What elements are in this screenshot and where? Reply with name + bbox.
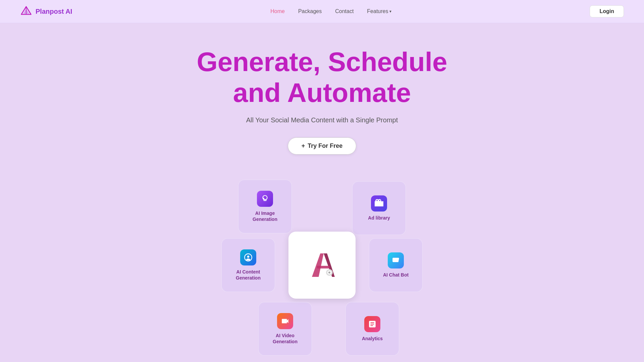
nav-links: Home Packages Contact Features ▾ [270, 8, 391, 14]
ai-content-icon [240, 249, 256, 265]
svg-point-4 [247, 255, 250, 258]
feature-card-ai-image-generation[interactable]: AI ImageGeneration [238, 180, 292, 233]
login-button[interactable]: Login [590, 5, 624, 17]
navbar: Planpost AI Home Packages Contact Featur… [0, 0, 644, 23]
nav-link-contact[interactable]: Contact [335, 8, 354, 14]
logo[interactable]: Planpost AI [20, 5, 72, 17]
feature-card-ai-chat-bot[interactable]: AI Chat Bot [369, 238, 423, 292]
ai-chat-icon [388, 252, 404, 268]
hero-title: Generate, Scheduleand Automate [7, 47, 637, 108]
chevron-down-icon: ▾ [389, 9, 391, 14]
ai-image-generation-label: AI ImageGeneration [253, 210, 277, 222]
hero-section: Generate, Scheduleand Automate All Your … [0, 23, 644, 168]
try-for-free-button[interactable]: + Try For Free [288, 137, 357, 155]
ai-chat-bot-label: AI Chat Bot [383, 272, 409, 278]
ai-video-generation-label: AI VideoGeneration [273, 333, 298, 345]
svg-point-10 [328, 272, 330, 274]
ad-library-icon [371, 195, 387, 212]
ai-image-icon [257, 191, 273, 207]
nav-link-packages[interactable]: Packages [298, 8, 322, 14]
features-section: AI ImageGeneration Ad library AI Content… [0, 168, 644, 362]
analytics-label: Analytics [362, 336, 383, 342]
hero-subtitle: All Your Social Media Content with a Sin… [7, 116, 637, 124]
plus-icon: + [302, 142, 305, 149]
nav-item-packages[interactable]: Packages [298, 8, 322, 14]
planpost-center-logo-card[interactable] [288, 232, 356, 299]
svg-rect-7 [317, 266, 330, 268]
ai-content-generation-label: AI ContentGeneration [236, 269, 261, 281]
analytics-icon [364, 316, 380, 332]
nav-link-home[interactable]: Home [270, 8, 285, 14]
nav-item-features[interactable]: Features ▾ [367, 8, 391, 14]
svg-marker-5 [312, 253, 324, 277]
feature-row-3: AI VideoGeneration Analytics [231, 302, 413, 356]
nav-link-features[interactable]: Features ▾ [367, 8, 391, 14]
feature-card-ai-video-generation[interactable]: AI VideoGeneration [258, 302, 312, 356]
logo-text: Planpost AI [36, 8, 72, 15]
feature-card-ai-content-generation[interactable]: AI ContentGeneration [221, 238, 275, 292]
ai-video-icon [277, 313, 293, 329]
nav-item-contact[interactable]: Contact [335, 8, 354, 14]
nav-item-home[interactable]: Home [270, 8, 285, 14]
ad-library-label: Ad library [368, 215, 390, 221]
feature-row-2: AI ContentGeneration [221, 232, 423, 299]
logo-icon [20, 5, 32, 17]
feature-row-1: AI ImageGeneration Ad library [238, 178, 406, 235]
feature-card-analytics[interactable]: Analytics [345, 302, 399, 356]
planpost-center-logo [305, 248, 339, 282]
feature-card-ad-library[interactable]: Ad library [352, 181, 406, 235]
